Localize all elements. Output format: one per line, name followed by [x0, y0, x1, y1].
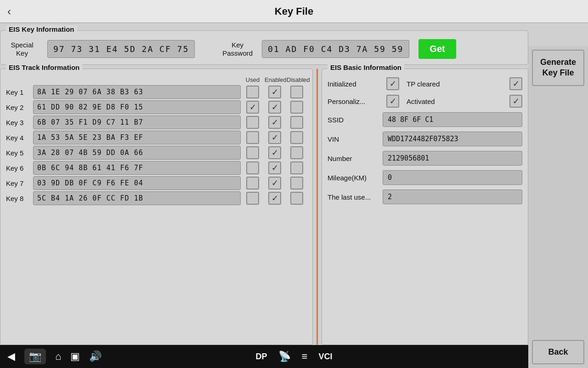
vin-row: VIN WDD1724482F075823 [328, 132, 522, 146]
special-key-value: 97 73 31 E4 5D 2A CF 75 [47, 40, 195, 58]
right-sidebar: Generate Key File Back [528, 46, 588, 368]
used-checkbox[interactable] [246, 116, 259, 129]
track-key-label: Key 5 [6, 149, 31, 157]
number-row: Number 2129056801 [328, 151, 522, 166]
ssid-label: SSID [328, 116, 383, 124]
list-icon[interactable]: ≡ [302, 351, 308, 362]
eis-track-legend: EIS Track Information [6, 63, 82, 71]
col-used-label: Used [243, 76, 263, 83]
disabled-checkbox[interactable] [290, 131, 303, 144]
disabled-checkbox[interactable] [290, 192, 303, 205]
content-area: EIS Key Information SpecialKey 97 73 31 … [0, 23, 528, 345]
enabled-checkbox[interactable] [268, 116, 281, 129]
dp-icon[interactable]: DP [256, 352, 267, 362]
col-disabled-label: Disabled [287, 76, 307, 83]
taskbar: ◀ 📷 ⌂ ▣ 🔊 DP 📡 ≡ VCI ⊖ ↔ ▽ 🔋 09:54 [0, 345, 588, 368]
used-checkbox[interactable] [246, 192, 259, 205]
used-checkbox[interactable] [246, 131, 259, 144]
number-label: Number [328, 155, 383, 162]
last-use-row: The last use... 2 [328, 190, 522, 204]
mileage-label: Mileage(KM) [328, 174, 383, 182]
get-button[interactable]: Get [418, 39, 456, 59]
last-use-label: The last use... [328, 193, 383, 201]
track-key-label: Key 8 [6, 195, 31, 202]
track-hex-value: 03 9D DB 0F C9 F6 FE 04 [33, 176, 241, 190]
enabled-checkbox[interactable] [268, 101, 281, 114]
eis-key-section: EIS Key Information SpecialKey 97 73 31 … [0, 30, 528, 65]
copy-icon[interactable]: ▣ [70, 351, 80, 362]
used-checkbox[interactable] [246, 177, 259, 190]
track-row: Key 60B 6C 94 8B 61 41 F6 7F [6, 161, 307, 175]
enabled-checkbox[interactable] [268, 146, 281, 159]
track-col-labels: Used Enabled Disabled [243, 76, 307, 83]
activated-checkbox[interactable] [509, 95, 522, 108]
disabled-checkbox[interactable] [290, 146, 303, 159]
enabled-checkbox[interactable] [268, 161, 281, 174]
vin-label: VIN [328, 135, 383, 143]
disabled-checkbox[interactable] [290, 86, 303, 98]
key-password-value: 01 AD F0 C4 D3 7A 59 59 [262, 40, 409, 58]
personalized-checkbox[interactable] [386, 95, 399, 108]
track-row: Key 703 9D DB 0F C9 F6 FE 04 [6, 176, 307, 190]
track-key-label: Key 6 [6, 164, 31, 172]
used-checkbox[interactable] [246, 161, 259, 174]
track-hex-value: 6B 07 35 F1 D9 C7 11 B7 [33, 115, 241, 129]
track-row: Key 36B 07 35 F1 D9 C7 11 B7 [6, 115, 307, 129]
track-key-label: Key 4 [6, 134, 31, 142]
enabled-checkbox[interactable] [268, 177, 281, 190]
disabled-checkbox[interactable] [290, 161, 303, 174]
mileage-row: Mileage(KM) 0 [328, 170, 522, 185]
initialized-label: Initialized [328, 80, 383, 88]
signal-icon[interactable]: 📡 [278, 351, 291, 362]
disabled-checkbox[interactable] [290, 101, 303, 114]
eis-track-section: EIS Track Information Used Enabled Disab… [0, 69, 313, 345]
used-checkbox[interactable] [246, 146, 259, 159]
initialized-row: Initialized TP cleared [328, 77, 522, 90]
back-button[interactable]: ‹ [7, 5, 11, 18]
section-divider [317, 69, 318, 345]
track-rows: Key 18A 1E 29 07 6A 38 B3 63Key 261 DD 9… [6, 85, 307, 205]
enabled-checkbox[interactable] [268, 86, 281, 98]
col-enabled-label: Enabled [265, 76, 285, 83]
back-nav-icon[interactable]: ◀ [7, 351, 15, 362]
enabled-checkbox[interactable] [268, 131, 281, 144]
vin-value: WDD1724482F075823 [383, 132, 522, 146]
eis-basic-section: EIS Basic Information Initialized TP cle… [322, 69, 528, 345]
key-password-label: KeyPassword [222, 41, 253, 58]
back-button-sidebar[interactable]: Back [532, 340, 584, 364]
track-key-label: Key 7 [6, 179, 31, 187]
tp-cleared-label: TP cleared [407, 80, 506, 88]
generate-key-file-button[interactable]: Generate Key File [532, 50, 584, 86]
vci-icon[interactable]: VCI [318, 352, 332, 362]
track-hex-value: 1A 53 5A 5E 23 BA F3 EF [33, 131, 241, 144]
tp-cleared-checkbox[interactable] [509, 77, 522, 90]
volume-icon[interactable]: 🔊 [89, 351, 102, 362]
track-hex-value: 0B 6C 94 8B 61 41 F6 7F [33, 161, 241, 175]
header: ‹ Key File [0, 0, 588, 23]
taskbar-center: DP 📡 ≡ VCI [256, 351, 333, 362]
number-value: 2129056801 [383, 151, 522, 166]
enabled-checkbox[interactable] [268, 192, 281, 205]
track-row: Key 18A 1E 29 07 6A 38 B3 63 [6, 85, 307, 99]
taskbar-left: ◀ 📷 ⌂ ▣ 🔊 [7, 349, 102, 364]
track-hex-value: 3A 28 07 4B 59 DD 0A 66 [33, 146, 241, 160]
page-title: Key File [275, 6, 313, 17]
activated-label: Activated [407, 98, 506, 105]
initialized-checkbox[interactable] [386, 77, 399, 90]
mileage-value: 0 [383, 170, 522, 185]
track-header-row: Used Enabled Disabled [6, 76, 307, 83]
disabled-checkbox[interactable] [290, 177, 303, 190]
track-key-label: Key 2 [6, 104, 31, 111]
disabled-checkbox[interactable] [290, 116, 303, 129]
used-checkbox[interactable] [246, 86, 259, 98]
track-hex-value: 5C B4 1A 26 0F CC FD 1B [33, 191, 241, 205]
personalized-label: Personaliz... [328, 98, 383, 105]
ssid-value: 48 8F 6F C1 [383, 112, 522, 127]
track-row: Key 85C B4 1A 26 0F CC FD 1B [6, 191, 307, 205]
camera-icon[interactable]: 📷 [24, 349, 46, 364]
home-icon[interactable]: ⌂ [55, 351, 61, 362]
eis-key-legend: EIS Key Information [6, 25, 77, 33]
special-key-label: SpecialKey [6, 41, 38, 58]
track-hex-value: 8A 1E 29 07 6A 38 B3 63 [33, 85, 241, 99]
used-checkbox[interactable] [246, 101, 259, 114]
